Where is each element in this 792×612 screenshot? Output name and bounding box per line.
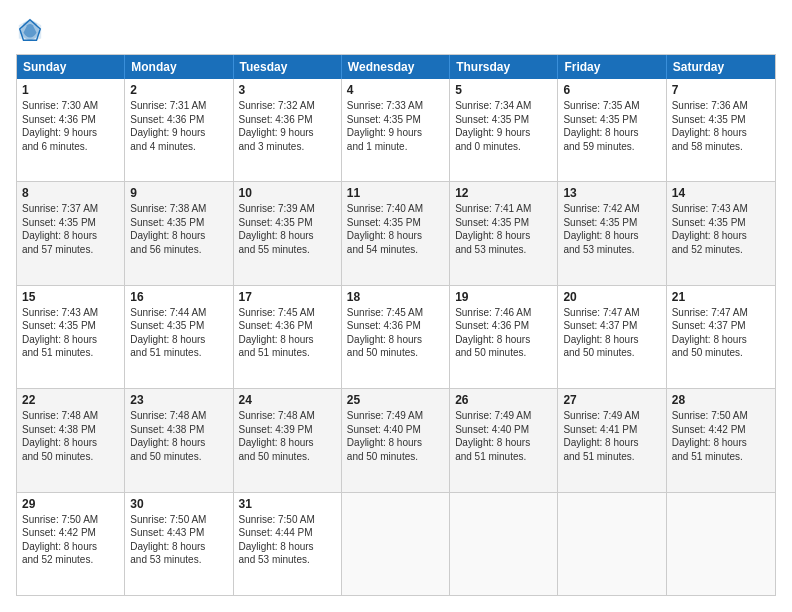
day-number: 31 <box>239 497 336 511</box>
day-cell-22: 22Sunrise: 7:48 AM Sunset: 4:38 PM Dayli… <box>17 389 125 491</box>
day-number: 6 <box>563 83 660 97</box>
day-cell-29: 29Sunrise: 7:50 AM Sunset: 4:42 PM Dayli… <box>17 493 125 595</box>
day-info: Sunrise: 7:39 AM Sunset: 4:35 PM Dayligh… <box>239 202 336 256</box>
calendar-row-2: 8Sunrise: 7:37 AM Sunset: 4:35 PM Daylig… <box>17 181 775 284</box>
day-info: Sunrise: 7:47 AM Sunset: 4:37 PM Dayligh… <box>563 306 660 360</box>
day-number: 2 <box>130 83 227 97</box>
day-cell-30: 30Sunrise: 7:50 AM Sunset: 4:43 PM Dayli… <box>125 493 233 595</box>
day-number: 17 <box>239 290 336 304</box>
day-number: 29 <box>22 497 119 511</box>
day-info: Sunrise: 7:41 AM Sunset: 4:35 PM Dayligh… <box>455 202 552 256</box>
day-info: Sunrise: 7:49 AM Sunset: 4:40 PM Dayligh… <box>455 409 552 463</box>
header-day-monday: Monday <box>125 55 233 79</box>
day-info: Sunrise: 7:31 AM Sunset: 4:36 PM Dayligh… <box>130 99 227 153</box>
day-info: Sunrise: 7:34 AM Sunset: 4:35 PM Dayligh… <box>455 99 552 153</box>
day-cell-20: 20Sunrise: 7:47 AM Sunset: 4:37 PM Dayli… <box>558 286 666 388</box>
header-day-tuesday: Tuesday <box>234 55 342 79</box>
header-day-saturday: Saturday <box>667 55 775 79</box>
day-cell-4: 4Sunrise: 7:33 AM Sunset: 4:35 PM Daylig… <box>342 79 450 181</box>
day-cell-5: 5Sunrise: 7:34 AM Sunset: 4:35 PM Daylig… <box>450 79 558 181</box>
day-number: 24 <box>239 393 336 407</box>
day-info: Sunrise: 7:35 AM Sunset: 4:35 PM Dayligh… <box>563 99 660 153</box>
empty-cell <box>667 493 775 595</box>
day-number: 27 <box>563 393 660 407</box>
header-day-friday: Friday <box>558 55 666 79</box>
day-info: Sunrise: 7:44 AM Sunset: 4:35 PM Dayligh… <box>130 306 227 360</box>
day-cell-11: 11Sunrise: 7:40 AM Sunset: 4:35 PM Dayli… <box>342 182 450 284</box>
empty-cell <box>558 493 666 595</box>
day-number: 28 <box>672 393 770 407</box>
day-cell-13: 13Sunrise: 7:42 AM Sunset: 4:35 PM Dayli… <box>558 182 666 284</box>
header-day-thursday: Thursday <box>450 55 558 79</box>
empty-cell <box>450 493 558 595</box>
day-cell-26: 26Sunrise: 7:49 AM Sunset: 4:40 PM Dayli… <box>450 389 558 491</box>
day-cell-16: 16Sunrise: 7:44 AM Sunset: 4:35 PM Dayli… <box>125 286 233 388</box>
day-number: 30 <box>130 497 227 511</box>
calendar-row-4: 22Sunrise: 7:48 AM Sunset: 4:38 PM Dayli… <box>17 388 775 491</box>
day-cell-2: 2Sunrise: 7:31 AM Sunset: 4:36 PM Daylig… <box>125 79 233 181</box>
day-cell-3: 3Sunrise: 7:32 AM Sunset: 4:36 PM Daylig… <box>234 79 342 181</box>
day-number: 4 <box>347 83 444 97</box>
day-cell-21: 21Sunrise: 7:47 AM Sunset: 4:37 PM Dayli… <box>667 286 775 388</box>
day-info: Sunrise: 7:33 AM Sunset: 4:35 PM Dayligh… <box>347 99 444 153</box>
day-number: 26 <box>455 393 552 407</box>
calendar-body: 1Sunrise: 7:30 AM Sunset: 4:36 PM Daylig… <box>17 79 775 595</box>
day-number: 14 <box>672 186 770 200</box>
day-cell-18: 18Sunrise: 7:45 AM Sunset: 4:36 PM Dayli… <box>342 286 450 388</box>
day-info: Sunrise: 7:32 AM Sunset: 4:36 PM Dayligh… <box>239 99 336 153</box>
day-number: 5 <box>455 83 552 97</box>
day-number: 18 <box>347 290 444 304</box>
day-number: 22 <box>22 393 119 407</box>
day-info: Sunrise: 7:45 AM Sunset: 4:36 PM Dayligh… <box>347 306 444 360</box>
day-number: 8 <box>22 186 119 200</box>
day-cell-10: 10Sunrise: 7:39 AM Sunset: 4:35 PM Dayli… <box>234 182 342 284</box>
page: SundayMondayTuesdayWednesdayThursdayFrid… <box>0 0 792 612</box>
day-info: Sunrise: 7:38 AM Sunset: 4:35 PM Dayligh… <box>130 202 227 256</box>
logo <box>16 16 48 44</box>
day-info: Sunrise: 7:37 AM Sunset: 4:35 PM Dayligh… <box>22 202 119 256</box>
day-info: Sunrise: 7:49 AM Sunset: 4:40 PM Dayligh… <box>347 409 444 463</box>
day-info: Sunrise: 7:49 AM Sunset: 4:41 PM Dayligh… <box>563 409 660 463</box>
day-number: 3 <box>239 83 336 97</box>
header <box>16 16 776 44</box>
day-cell-27: 27Sunrise: 7:49 AM Sunset: 4:41 PM Dayli… <box>558 389 666 491</box>
day-number: 7 <box>672 83 770 97</box>
day-info: Sunrise: 7:30 AM Sunset: 4:36 PM Dayligh… <box>22 99 119 153</box>
day-number: 23 <box>130 393 227 407</box>
day-cell-14: 14Sunrise: 7:43 AM Sunset: 4:35 PM Dayli… <box>667 182 775 284</box>
day-info: Sunrise: 7:42 AM Sunset: 4:35 PM Dayligh… <box>563 202 660 256</box>
day-cell-15: 15Sunrise: 7:43 AM Sunset: 4:35 PM Dayli… <box>17 286 125 388</box>
day-info: Sunrise: 7:47 AM Sunset: 4:37 PM Dayligh… <box>672 306 770 360</box>
day-number: 16 <box>130 290 227 304</box>
calendar-row-5: 29Sunrise: 7:50 AM Sunset: 4:42 PM Dayli… <box>17 492 775 595</box>
logo-icon <box>16 16 44 44</box>
day-number: 25 <box>347 393 444 407</box>
day-cell-8: 8Sunrise: 7:37 AM Sunset: 4:35 PM Daylig… <box>17 182 125 284</box>
day-cell-31: 31Sunrise: 7:50 AM Sunset: 4:44 PM Dayli… <box>234 493 342 595</box>
day-info: Sunrise: 7:45 AM Sunset: 4:36 PM Dayligh… <box>239 306 336 360</box>
day-info: Sunrise: 7:50 AM Sunset: 4:43 PM Dayligh… <box>130 513 227 567</box>
day-number: 11 <box>347 186 444 200</box>
day-cell-12: 12Sunrise: 7:41 AM Sunset: 4:35 PM Dayli… <box>450 182 558 284</box>
day-number: 13 <box>563 186 660 200</box>
day-cell-25: 25Sunrise: 7:49 AM Sunset: 4:40 PM Dayli… <box>342 389 450 491</box>
day-cell-28: 28Sunrise: 7:50 AM Sunset: 4:42 PM Dayli… <box>667 389 775 491</box>
day-cell-17: 17Sunrise: 7:45 AM Sunset: 4:36 PM Dayli… <box>234 286 342 388</box>
day-info: Sunrise: 7:50 AM Sunset: 4:42 PM Dayligh… <box>672 409 770 463</box>
day-number: 1 <box>22 83 119 97</box>
day-cell-6: 6Sunrise: 7:35 AM Sunset: 4:35 PM Daylig… <box>558 79 666 181</box>
day-info: Sunrise: 7:48 AM Sunset: 4:39 PM Dayligh… <box>239 409 336 463</box>
calendar-row-3: 15Sunrise: 7:43 AM Sunset: 4:35 PM Dayli… <box>17 285 775 388</box>
day-number: 10 <box>239 186 336 200</box>
day-info: Sunrise: 7:43 AM Sunset: 4:35 PM Dayligh… <box>22 306 119 360</box>
day-info: Sunrise: 7:48 AM Sunset: 4:38 PM Dayligh… <box>130 409 227 463</box>
day-info: Sunrise: 7:50 AM Sunset: 4:44 PM Dayligh… <box>239 513 336 567</box>
day-number: 9 <box>130 186 227 200</box>
day-info: Sunrise: 7:50 AM Sunset: 4:42 PM Dayligh… <box>22 513 119 567</box>
day-cell-19: 19Sunrise: 7:46 AM Sunset: 4:36 PM Dayli… <box>450 286 558 388</box>
header-day-wednesday: Wednesday <box>342 55 450 79</box>
day-number: 15 <box>22 290 119 304</box>
calendar-header: SundayMondayTuesdayWednesdayThursdayFrid… <box>17 55 775 79</box>
day-cell-1: 1Sunrise: 7:30 AM Sunset: 4:36 PM Daylig… <box>17 79 125 181</box>
day-cell-9: 9Sunrise: 7:38 AM Sunset: 4:35 PM Daylig… <box>125 182 233 284</box>
